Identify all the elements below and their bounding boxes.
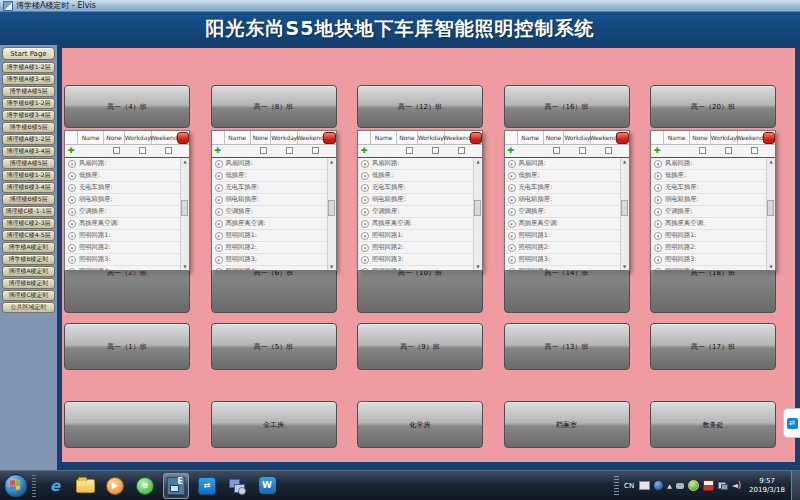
workday-checkbox[interactable] (286, 147, 293, 154)
sidebar-item-button[interactable]: 博理楼B楼定时 (2, 278, 55, 289)
sidebar-item-button[interactable]: 博理楼B楼1-2层 (2, 170, 55, 181)
workday-checkbox[interactable] (432, 147, 439, 154)
circuit-row[interactable]: ▾照明回路3: (65, 254, 181, 266)
scroll-up-icon[interactable]: ▲ (767, 159, 775, 164)
expand-chevron-icon[interactable]: ▾ (215, 232, 223, 240)
classroom-button-lower[interactable]: 高一（9）班 (357, 323, 483, 370)
circuit-row[interactable]: ▾弱电箱插座: (651, 194, 767, 206)
panel-scrollbar[interactable]: ▲▼ (766, 158, 775, 270)
expand-chevron-icon[interactable]: ▾ (654, 232, 662, 240)
room-button-bottom[interactable]: 教务处 (650, 401, 776, 448)
expand-chevron-icon[interactable]: ▾ (654, 268, 662, 271)
circuit-row[interactable]: ▾照明回路1: (505, 230, 621, 242)
sidebar-item-button[interactable]: 博学楼A楼定时 (2, 242, 55, 253)
expand-chevron-icon[interactable]: ▾ (508, 244, 516, 252)
none-checkbox[interactable] (699, 147, 706, 154)
expand-chevron-icon[interactable]: ▾ (654, 220, 662, 228)
volume-icon[interactable]: ◄) (732, 481, 741, 490)
weekend-checkbox[interactable] (458, 147, 465, 154)
sidebar-item-button[interactable]: 博理楼A楼3-4层 (2, 146, 55, 157)
taskbar-clock[interactable]: 9:57 2019/3/18 (749, 477, 785, 495)
sidebar-item-button[interactable]: 博理楼C楼4-5层 (2, 230, 55, 241)
sidebar-item-button[interactable]: 博理楼B楼5层 (2, 194, 55, 205)
expand-chevron-icon[interactable]: ▾ (654, 208, 662, 216)
tray-expander[interactable] (614, 476, 619, 496)
expand-chevron-icon[interactable]: ▾ (508, 232, 516, 240)
expand-chevron-icon[interactable]: ▾ (215, 220, 223, 228)
sidebar-item-button[interactable]: 博学楼B楼3-4层 (2, 110, 55, 121)
circuit-row[interactable]: ▾充电车插座: (65, 182, 181, 194)
expand-chevron-icon[interactable]: ▾ (361, 208, 369, 216)
expand-chevron-icon[interactable]: ▾ (68, 208, 76, 216)
expand-chevron-icon[interactable]: ▾ (68, 172, 76, 180)
expand-chevron-icon[interactable]: ▾ (361, 172, 369, 180)
circuit-row[interactable]: ▾照明回路1: (651, 230, 767, 242)
wps-taskbar-button[interactable]: W (255, 474, 279, 498)
panel-close-button[interactable] (470, 132, 482, 144)
scroll-down-icon[interactable]: ▼ (181, 264, 189, 269)
expand-chevron-icon[interactable]: ▾ (361, 268, 369, 271)
room-button-bottom[interactable]: 化学房 (357, 401, 483, 448)
expand-chevron-icon[interactable]: ▾ (654, 196, 662, 204)
circuit-row[interactable]: ▾风扇回路: (65, 158, 181, 170)
weekend-checkbox[interactable] (751, 147, 758, 154)
start-page-button[interactable]: Start Page (2, 47, 55, 60)
sidebar-item-button[interactable]: 公共区域定时 (2, 302, 55, 313)
weekend-checkbox[interactable] (312, 147, 319, 154)
sidebar-item-button[interactable]: 博学楼A楼3-4层 (2, 74, 55, 85)
panel-close-button[interactable] (763, 132, 775, 144)
sidebar-item-button[interactable]: 博理楼C楼定时 (2, 290, 55, 301)
room-button-bottom[interactable]: 金工房 (211, 401, 337, 448)
expand-chevron-icon[interactable]: ▾ (68, 220, 76, 228)
expand-chevron-icon[interactable]: ▾ (361, 232, 369, 240)
none-checkbox[interactable] (406, 147, 413, 154)
circuit-row[interactable]: ▾照明回路1: (212, 230, 328, 242)
expand-chevron-icon[interactable]: ▾ (215, 172, 223, 180)
add-schedule-icon[interactable]: ✚ (654, 146, 661, 155)
expand-chevron-icon[interactable]: ▾ (68, 160, 76, 168)
expand-chevron-icon[interactable]: ▾ (215, 256, 223, 264)
expand-chevron-icon[interactable]: ▾ (68, 244, 76, 252)
expand-chevron-icon[interactable]: ▾ (654, 172, 662, 180)
expand-chevron-icon[interactable]: ▾ (508, 184, 516, 192)
classroom-button-top[interactable]: 高一（4）班 (64, 85, 190, 128)
classroom-button-top[interactable]: 高一（16）班 (504, 85, 630, 128)
classroom-button-lower[interactable]: 高一（1）班 (64, 323, 190, 370)
sidebar-item-button[interactable]: 博理楼A楼1-2层 (2, 134, 55, 145)
tray-blue-app-icon[interactable] (654, 481, 663, 490)
circuit-row[interactable]: ▾高插座离空调: (358, 218, 474, 230)
explorer-taskbar-button[interactable] (73, 474, 97, 498)
network-icon[interactable] (718, 482, 728, 490)
circuit-row[interactable]: ▾风扇回路: (358, 158, 474, 170)
tray-alert-icon[interactable] (703, 480, 714, 491)
scroll-up-icon[interactable]: ▲ (328, 159, 336, 164)
weekend-checkbox[interactable] (165, 147, 172, 154)
sidebar-item-button[interactable]: 博理楼B楼3-4层 (2, 182, 55, 193)
workday-checkbox[interactable] (579, 147, 586, 154)
start-button[interactable] (4, 474, 28, 498)
circuit-row[interactable]: ▾高插座离空调: (65, 218, 181, 230)
browser-360-taskbar-button[interactable]: e (133, 474, 157, 498)
scroll-thumb[interactable] (328, 200, 335, 216)
ie-taskbar-button[interactable]: e (43, 474, 67, 498)
scroll-thumb[interactable] (181, 200, 188, 216)
scroll-up-icon[interactable]: ▲ (474, 159, 482, 164)
expand-chevron-icon[interactable]: ▾ (68, 184, 76, 192)
circuit-row[interactable]: ▾照明回路2: (651, 242, 767, 254)
circuit-row[interactable]: ▾照明回路1: (65, 230, 181, 242)
expand-chevron-icon[interactable]: ▾ (215, 184, 223, 192)
expand-chevron-icon[interactable]: ▾ (215, 160, 223, 168)
scroll-down-icon[interactable]: ▼ (474, 264, 482, 269)
expand-chevron-icon[interactable]: ▾ (508, 160, 516, 168)
circuit-row[interactable]: ▾高插座离空调: (212, 218, 328, 230)
circuit-row[interactable]: ▾充电车插座: (358, 182, 474, 194)
circuit-row[interactable]: ▾照明回路3: (212, 254, 328, 266)
tray-window-icon[interactable] (639, 481, 650, 490)
scroll-down-icon[interactable]: ▼ (621, 264, 629, 269)
add-schedule-icon[interactable]: ✚ (215, 146, 222, 155)
panel-close-button[interactable] (177, 132, 189, 144)
circuit-row[interactable]: ▾照明回路1: (358, 230, 474, 242)
elvis-taskbar-button-active[interactable] (163, 473, 189, 499)
circuit-row[interactable]: ▾弱电箱插座: (505, 194, 621, 206)
expand-chevron-icon[interactable]: ▾ (215, 196, 223, 204)
